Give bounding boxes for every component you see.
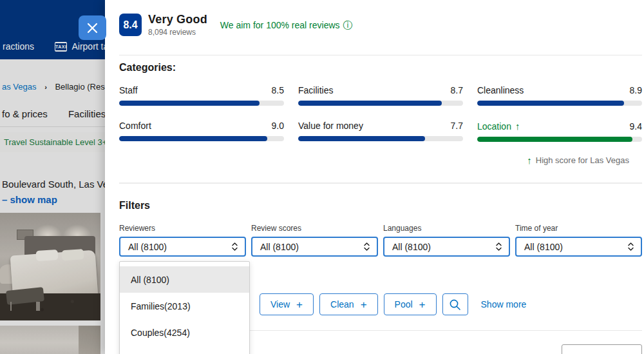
tab-facilities[interactable]: Facilities	[68, 108, 106, 119]
close-icon	[87, 23, 98, 34]
hotel-photo-thumbnail[interactable]	[0, 326, 100, 354]
category-bar	[298, 101, 463, 106]
breadcrumb-current: Bellagio (Resort), L	[55, 82, 105, 92]
property-address: Boulevard South, Las Vegas	[2, 179, 105, 190]
review-score-badge: 8.4	[119, 14, 142, 36]
travel-sustainable-banner: Travel Sustainable Level 3+	[0, 132, 105, 152]
info-icon[interactable]: ⓘ	[343, 20, 353, 30]
header-nav: ractions TAXI Airport ta	[0, 39, 105, 54]
dropdown-languages: Languages All (8100)	[383, 224, 510, 257]
dropdown-review-scores: Review scores All (8100)	[251, 224, 378, 257]
chip-pool[interactable]: Pool +	[384, 293, 437, 315]
show-map-link[interactable]: – show map	[2, 194, 57, 205]
dropdown-reviewers: Reviewers All (8100)	[119, 224, 246, 257]
category-bar	[119, 136, 284, 141]
topic-filter-chips: View + Clean + Pool + Show more	[260, 293, 526, 315]
tab-info-prices[interactable]: fo & prices	[2, 108, 48, 119]
plus-icon: +	[296, 299, 303, 310]
category-staff: Staff 8.5	[119, 85, 284, 106]
screen: ractions TAXI Airport ta as Vegas › Bell…	[0, 0, 644, 354]
show-more-button[interactable]: Show more	[481, 299, 527, 310]
high-score-note: ↑ High score for Las Vegas	[527, 155, 629, 166]
dropdown-time-of-year: Time of year All (8100)	[515, 224, 642, 257]
close-button[interactable]	[79, 15, 106, 40]
category-location: Location↑ 9.4	[477, 121, 642, 142]
plus-icon: +	[419, 299, 426, 310]
reviews-modal: 8.4 Very Good 8,094 reviews We aim for 1…	[105, 0, 644, 354]
tabs-divider	[0, 126, 105, 127]
languages-select[interactable]: All (8100)	[383, 237, 510, 257]
select-chevrons-icon	[231, 242, 238, 251]
category-value-for-money: Value for money 7.7	[298, 121, 463, 142]
reviewers-dropdown-panel: All (8100) Families(2013) Couples(4254)	[119, 261, 250, 354]
category-bar	[477, 137, 642, 142]
time-of-year-select[interactable]: All (8100)	[515, 237, 642, 257]
divider	[119, 55, 642, 55]
divider	[119, 182, 642, 184]
real-reviews-note: We aim for 100% real reviews ⓘ	[220, 20, 353, 30]
up-arrow-icon: ↑	[527, 155, 532, 166]
dropdown-option-all[interactable]: All (8100)	[120, 266, 249, 293]
score-header: 8.4 Very Good 8,094 reviews We aim for 1…	[119, 13, 353, 37]
taxi-icon: TAXI	[55, 42, 67, 52]
categories-title: Categories:	[119, 62, 176, 74]
breadcrumb-link-las-vegas[interactable]: as Vegas	[2, 82, 37, 92]
filters-title: Filters	[119, 200, 150, 211]
category-cleanliness: Cleanliness 8.9	[477, 85, 642, 106]
review-scores-select[interactable]: All (8100)	[251, 237, 378, 257]
nav-item-airport-taxis[interactable]: Airport ta	[71, 41, 108, 52]
background-page: ractions TAXI Airport ta as Vegas › Bell…	[0, 0, 105, 354]
select-chevrons-icon	[363, 242, 370, 251]
review-count: 8,094 reviews	[148, 28, 207, 37]
search-button[interactable]	[442, 293, 468, 315]
breadcrumb-separator-icon: ›	[44, 83, 47, 91]
nav-item-attractions[interactable]: ractions	[3, 41, 34, 52]
hotel-room-photo[interactable]	[0, 213, 100, 320]
property-tabs: fo & prices Facilities	[2, 108, 105, 119]
breadcrumb: as Vegas › Bellagio (Resort), L	[2, 82, 105, 92]
sort-select[interactable]	[562, 344, 642, 354]
chip-clean[interactable]: Clean +	[319, 293, 378, 315]
dropdown-option-couples[interactable]: Couples(4254)	[120, 319, 249, 346]
category-facilities: Facilities 8.7	[298, 85, 463, 106]
reviewers-select[interactable]: All (8100)	[119, 237, 246, 257]
category-bar	[119, 101, 284, 106]
category-bar	[477, 101, 642, 106]
up-arrow-icon: ↑	[515, 121, 520, 132]
category-comfort: Comfort 9.0	[119, 121, 284, 142]
plus-icon: +	[361, 299, 367, 310]
search-icon	[449, 299, 461, 311]
chip-view[interactable]: View +	[260, 293, 314, 315]
filter-dropdowns: Reviewers All (8100) Review scores All (…	[119, 224, 642, 257]
travel-sustainable-label[interactable]: Travel Sustainable Level 3+	[4, 137, 107, 147]
dropdown-option-families[interactable]: Families(2013)	[120, 293, 249, 319]
select-chevrons-icon	[495, 242, 502, 251]
category-bar	[298, 136, 463, 141]
select-chevrons-icon	[627, 242, 634, 251]
score-word: Very Good	[148, 13, 207, 26]
categories-grid: Staff 8.5 Facilities 8.7 Cleanliness 8.9	[119, 85, 642, 142]
